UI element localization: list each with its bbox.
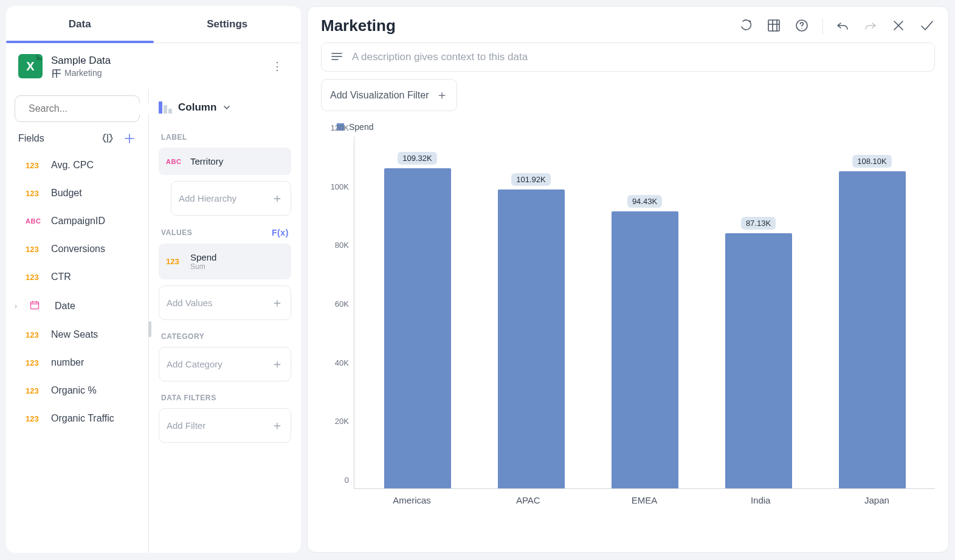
plus-icon: ＋ (271, 417, 283, 434)
number-type-icon: 123 (26, 245, 44, 254)
text-type-icon: ABC (166, 158, 184, 165)
confirm-icon[interactable] (919, 18, 935, 34)
datasource-title: Sample Data (51, 55, 257, 67)
tab-settings[interactable]: Settings (154, 6, 302, 43)
add-data-filter-button[interactable]: Add Filter ＋ (159, 408, 291, 443)
number-type-icon: 123 (26, 273, 44, 282)
field-name: Budget (51, 188, 82, 199)
more-menu-icon[interactable]: ⋮ (266, 60, 289, 73)
field-name: number (51, 357, 84, 368)
field-avg-cpc[interactable]: 123Avg. CPC (15, 151, 140, 179)
fx-button[interactable]: F(x) (272, 228, 289, 237)
field-name: Organic Traffic (51, 413, 114, 424)
x-tick: India (703, 495, 819, 505)
label-chip-territory[interactable]: ABC Territory (159, 148, 291, 175)
plot-area: 109.32K101.92K94.43K87.13K108.10K (354, 137, 935, 489)
button-label: Add Visualization Filter (330, 90, 429, 101)
search-input-wrap[interactable] (15, 95, 140, 122)
fields-column: Fields 123Avg. CPC123BudgetABCCampaignID… (6, 89, 149, 553)
field-organic-traffic[interactable]: 123Organic Traffic (15, 405, 140, 432)
viz-type-selector[interactable]: Column (159, 99, 291, 125)
plus-icon: ＋ (436, 87, 448, 103)
paragraph-icon (330, 50, 343, 64)
fields-header: Fields (18, 133, 44, 144)
x-tick: APAC (470, 495, 586, 505)
legend: Spend (321, 122, 935, 132)
bar-label: 101.92K (511, 173, 550, 186)
field-number[interactable]: 123number (15, 349, 140, 377)
number-type-icon: 123 (26, 161, 44, 170)
bar[interactable] (612, 211, 678, 488)
resize-handle[interactable] (148, 321, 151, 337)
datasource-subtitle: Marketing (64, 68, 102, 78)
bar-group: 109.32K (360, 137, 474, 488)
redo-icon[interactable] (863, 18, 879, 34)
number-type-icon: 123 (26, 414, 44, 423)
description-placeholder: A description gives context to this data (352, 51, 528, 63)
section-category: CATEGORY (159, 324, 291, 347)
undo-icon[interactable] (835, 18, 851, 34)
field-campaignid[interactable]: ABCCampaignID (15, 207, 140, 235)
chevron-right-icon: › (15, 302, 22, 310)
add-hierarchy-button[interactable]: Add Hierarchy ＋ (171, 181, 291, 216)
x-axis: AmericasAPACEMEAIndiaJapan (321, 495, 935, 505)
number-type-icon: 123 (26, 358, 44, 367)
plus-icon: ＋ (271, 356, 283, 372)
toolbar (739, 18, 935, 34)
field-organic-[interactable]: 123Organic % (15, 377, 140, 405)
config-column: Column LABEL ABC Territory Add Hierarchy… (149, 89, 301, 553)
bar[interactable] (839, 171, 906, 488)
y-tick: 100K (331, 182, 349, 191)
left-panel: Data Settings X Sample Data Marketing ⋮ (6, 6, 301, 553)
date-type-icon (29, 299, 47, 312)
y-tick: 0 (345, 476, 349, 485)
datasource: X Sample Data Marketing ⋮ (6, 43, 301, 89)
bar[interactable] (384, 168, 451, 488)
column-chart-icon (159, 101, 172, 114)
viz-type-label: Column (178, 101, 216, 114)
svg-rect-4 (768, 20, 779, 31)
add-viz-filter-button[interactable]: Add Visualization Filter ＋ (321, 79, 457, 111)
field-ctr[interactable]: 123CTR (15, 263, 140, 291)
tab-data[interactable]: Data (6, 6, 154, 43)
help-icon[interactable] (795, 18, 810, 34)
drop-label: Add Values (167, 298, 213, 308)
section-filters: DATA FILTERS (159, 385, 291, 408)
field-conversions[interactable]: 123Conversions (15, 235, 140, 263)
y-tick: 20K (335, 417, 349, 426)
y-tick: 120K (331, 123, 349, 132)
bar-group: 108.10K (815, 137, 929, 488)
field-new-seats[interactable]: 123New Seats (15, 321, 140, 349)
bar-label: 94.43K (627, 195, 662, 208)
field-budget[interactable]: 123Budget (15, 179, 140, 207)
x-tick: Americas (354, 495, 470, 505)
close-icon[interactable] (891, 18, 907, 34)
field-list: 123Avg. CPC123BudgetABCCampaignID123Conv… (15, 151, 140, 547)
svg-rect-2 (30, 302, 38, 309)
value-chip-spend[interactable]: 123 Spend Sum (159, 244, 291, 279)
add-values-button[interactable]: Add Values ＋ (159, 285, 291, 320)
bar-label: 108.10K (852, 155, 891, 168)
grid-icon[interactable] (767, 18, 782, 34)
add-category-button[interactable]: Add Category ＋ (159, 347, 291, 381)
drop-label: Add Hierarchy (179, 193, 236, 203)
plus-icon: ＋ (271, 190, 283, 207)
bar-group: 94.43K (588, 137, 702, 488)
add-field-icon[interactable] (123, 132, 136, 145)
y-tick: 40K (335, 358, 349, 367)
refresh-icon[interactable] (739, 18, 754, 34)
chip-label: Territory (190, 156, 223, 166)
bar[interactable] (725, 233, 792, 488)
number-type-icon: 123 (26, 386, 44, 395)
description-input[interactable]: A description gives context to this data (321, 43, 935, 72)
table-icon (51, 68, 61, 78)
x-tick: Japan (819, 495, 935, 505)
bar[interactable] (498, 190, 565, 488)
y-tick: 80K (335, 241, 349, 250)
brain-icon[interactable] (101, 132, 114, 145)
field-name: Date (55, 301, 75, 312)
legend-label: Spend (349, 122, 373, 132)
field-date[interactable]: ›Date (15, 291, 140, 321)
search-input[interactable] (29, 103, 150, 114)
page-title[interactable]: Marketing (321, 16, 731, 35)
